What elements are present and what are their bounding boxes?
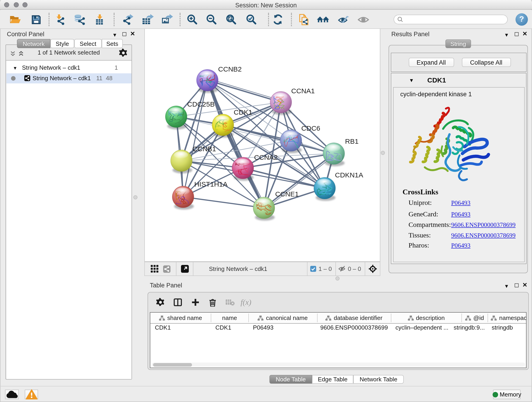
svg-text:CDC25B: CDC25B	[187, 100, 215, 108]
svg-text:CDK1: CDK1	[234, 108, 252, 116]
svg-text:HIST1H1A: HIST1H1A	[194, 180, 228, 188]
svg-text:CCNB1: CCNB1	[192, 145, 216, 153]
svg-text:CCNE1: CCNE1	[275, 190, 299, 198]
svg-text:RB1: RB1	[345, 137, 359, 145]
svg-text:CCNB2: CCNB2	[218, 65, 242, 73]
svg-text:CCNA1: CCNA1	[291, 87, 315, 95]
svg-text:CDC6: CDC6	[301, 124, 320, 132]
svg-text:CCNA2: CCNA2	[254, 153, 278, 161]
svg-text:CDKN1A: CDKN1A	[335, 171, 363, 179]
